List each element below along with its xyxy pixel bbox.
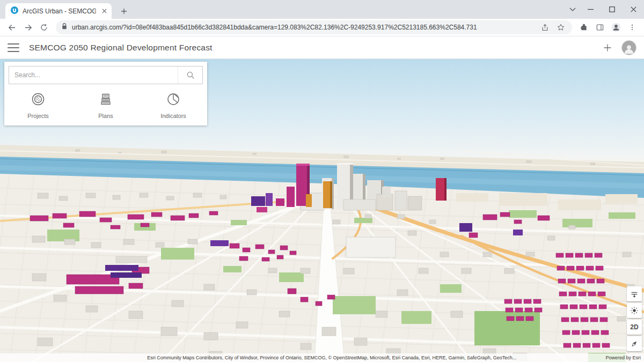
search-button[interactable] [178,67,202,84]
page-title: SEMCOG 2050 Regional Development Forecas… [29,43,213,53]
toggle-2d-button[interactable]: 2D [627,320,642,335]
urban-overview-panel: Projects Plans Indicators [4,62,207,125]
window-maximize-button[interactable] [601,0,623,19]
daylight-sun-button[interactable] [627,303,642,318]
search-box [9,66,203,84]
projects-label: Projects [27,113,49,119]
tab-title: ArcGIS Urban - SEMCOG 2050 Re... [23,8,96,15]
back-button[interactable] [4,20,19,35]
reload-button[interactable] [36,20,52,35]
attribution-text: Esri Community Maps Contributors, City o… [83,355,516,360]
window-close-button[interactable] [623,0,644,19]
browser-profile-avatar[interactable] [609,20,624,35]
indicators-label: Indicators [160,113,186,119]
window-minimize-button[interactable] [580,0,601,19]
search-input[interactable] [9,67,178,84]
share-icon[interactable] [539,21,551,33]
attribution-bar: Esri Community Maps Contributors, City o… [0,353,644,362]
arcgis-urban-favicon [10,6,19,17]
map-controls: 2D [627,286,642,351]
add-plan-button[interactable] [601,41,614,54]
side-panel-icon[interactable] [592,20,608,35]
compass-button[interactable] [627,336,642,351]
indicators-icon [166,92,181,109]
projects-button[interactable]: Projects [4,92,72,119]
browser-tab-strip: ArcGIS Urban - SEMCOG 2050 Re... [0,0,644,19]
powered-by-esri: Powered by Esri [599,355,644,360]
menu-hamburger-icon[interactable] [8,43,19,52]
app-header: SEMCOG 2050 Regional Development Forecas… [0,36,644,59]
lock-icon[interactable] [61,23,68,32]
plans-icon [98,92,113,109]
underground-navigation-button[interactable] [627,286,642,301]
extensions-puzzle-icon[interactable] [576,20,591,35]
indicators-button[interactable]: Indicators [140,92,207,119]
orange-tower [323,181,332,208]
bookmark-star-icon[interactable] [555,21,567,33]
tab-close-icon[interactable] [100,7,108,16]
window-controls [580,0,644,19]
browser-tab[interactable]: ArcGIS Urban - SEMCOG 2050 Re... [5,3,112,19]
plans-label: Plans [98,113,113,119]
url-text[interactable]: urban.arcgis.com/?id=08e0f483baa845d1b66… [72,24,535,31]
browser-toolbar: urban.arcgis.com/?id=08e0f483baa845d1b66… [0,19,644,36]
tab-search-chevron-icon[interactable] [565,0,581,19]
user-avatar[interactable] [621,40,636,55]
plans-button[interactable]: Plans [72,92,140,119]
browser-menu-dots-icon[interactable] [625,20,640,35]
projects-icon [31,92,46,109]
panel-tools: Projects Plans Indicators [4,88,207,125]
forward-button[interactable] [20,20,35,35]
new-tab-button[interactable] [117,4,131,18]
address-bar[interactable]: urban.arcgis.com/?id=08e0f483baa845d1b66… [56,20,572,34]
